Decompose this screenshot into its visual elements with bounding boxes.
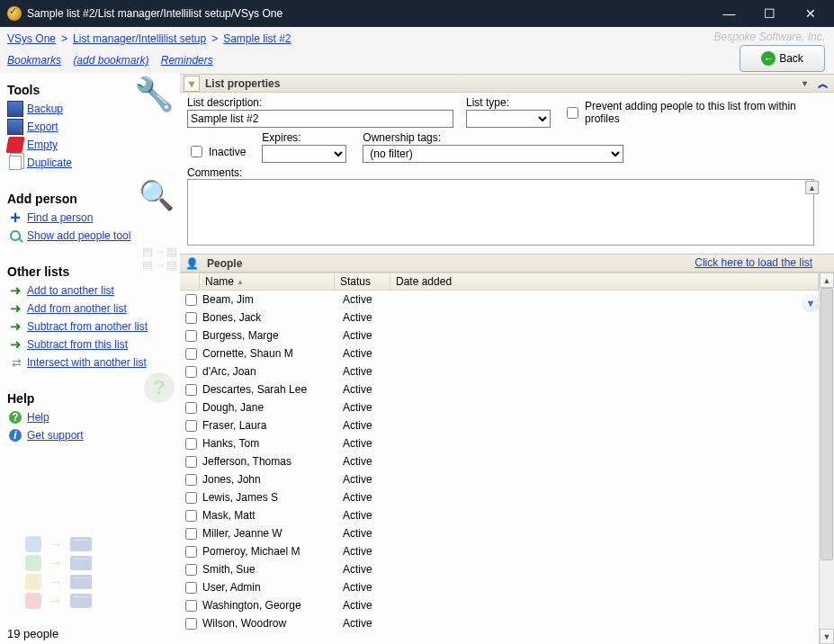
add-from-another-list-link[interactable]: Add from another list [27, 302, 127, 315]
panel-collapse-icon[interactable]: ︽ [818, 76, 829, 92]
table-row[interactable]: Jones, JohnActive [180, 470, 819, 488]
duplicate-link[interactable]: Duplicate [27, 157, 72, 169]
row-checkbox[interactable] [185, 492, 197, 504]
table-row[interactable]: User, AdminActive [180, 578, 819, 596]
back-button[interactable]: ← Back [740, 45, 825, 72]
table-row[interactable]: Miller, Jeanne WActive [180, 524, 819, 542]
row-checkbox[interactable] [185, 618, 197, 630]
row-checkbox[interactable] [185, 564, 197, 576]
inactive-checkbox[interactable] [191, 146, 202, 157]
show-add-people-tool-link[interactable]: Show add people tool [27, 229, 130, 242]
row-checkbox[interactable] [185, 456, 197, 468]
breadcrumb-vsys-one[interactable]: VSys One [7, 32, 56, 45]
close-button[interactable]: ✕ [790, 0, 830, 27]
table-row[interactable]: Smith, SueActive [180, 560, 819, 578]
scroll-up-icon[interactable]: ▲ [805, 181, 819, 194]
column-status[interactable]: Status [335, 273, 390, 290]
prevent-add-checkbox-wrap[interactable]: Prevent adding people to this list from … [563, 100, 821, 127]
ownership-tags-select[interactable]: (no filter) [363, 145, 623, 163]
list-description-input[interactable] [187, 110, 453, 128]
minimize-button[interactable]: — [709, 0, 749, 27]
vertical-scrollbar[interactable]: ▲ ▼ [819, 273, 834, 644]
empty-link[interactable]: Empty [27, 139, 58, 151]
row-checkbox[interactable] [185, 294, 197, 306]
table-row[interactable]: Wilson, WoodrowActive [180, 614, 819, 632]
table-row[interactable]: Mask, MattActive [180, 506, 819, 524]
row-checkbox[interactable] [185, 600, 197, 612]
table-row[interactable]: Fraser, LauraActive [180, 416, 819, 434]
list-description-label: List description: [187, 96, 453, 109]
row-checkbox[interactable] [185, 438, 197, 450]
table-row[interactable]: Pomeroy, Michael MActive [180, 542, 819, 560]
row-checkbox[interactable] [185, 330, 197, 342]
breadcrumb-list-manager[interactable]: List manager/Intellilist setup [73, 32, 206, 45]
find-a-person-link[interactable]: Find a person [27, 211, 93, 224]
list-properties-header[interactable]: ▾ List properties ▾ ︽ [180, 74, 834, 93]
row-checkbox[interactable] [185, 420, 197, 432]
back-arrow-icon: ← [761, 51, 776, 66]
intersect-icon: ⇄ [7, 354, 23, 371]
table-row[interactable]: d'Arc, JoanActive [180, 362, 819, 380]
prevent-add-checkbox[interactable] [567, 107, 578, 119]
comments-textarea[interactable] [187, 179, 814, 246]
table-row[interactable]: Dough, JaneActive [180, 398, 819, 416]
column-checkbox[interactable] [180, 273, 200, 290]
load-list-link[interactable]: Click here to load the list [695, 256, 812, 269]
intersect-with-another-list-link[interactable]: Intersect with another list [27, 356, 147, 369]
backup-link[interactable]: Backup [27, 103, 63, 115]
row-checkbox[interactable] [185, 402, 197, 414]
filter-icon[interactable]: ▼ [802, 294, 820, 312]
table-row[interactable]: Burgess, MargeActive [180, 326, 819, 344]
breadcrumb-sample-list[interactable]: Sample list #2 [223, 32, 291, 45]
row-checkbox[interactable] [185, 546, 197, 558]
table-row[interactable]: Cornette, Shaun MActive [180, 344, 819, 362]
help-watermark-icon: ? [144, 372, 175, 403]
add-bookmark-link[interactable]: (add bookmark) [73, 54, 148, 67]
bookmarks-link[interactable]: Bookmarks [7, 54, 61, 67]
get-support-link[interactable]: Get support [27, 429, 84, 442]
row-checkbox[interactable] [185, 510, 197, 522]
magnifier-icon [10, 230, 21, 241]
scroll-up-button[interactable]: ▲ [820, 273, 834, 288]
table-row[interactable]: Washington, GeorgeActive [180, 596, 819, 614]
reminders-link[interactable]: Reminders [161, 54, 213, 67]
table-row[interactable]: Bones, JackActive [180, 309, 819, 326]
subtract-from-another-list-link[interactable]: Subtract from another list [27, 320, 148, 333]
table-row[interactable]: Jefferson, ThomasActive [180, 452, 819, 470]
cell-status: Active [343, 581, 404, 594]
row-checkbox[interactable] [185, 528, 197, 540]
list-type-select[interactable] [466, 110, 551, 128]
cell-name: Wilson, Woodrow [202, 617, 343, 630]
column-date-added[interactable]: Date added [390, 273, 819, 290]
table-row[interactable]: Beam, JimActive [180, 291, 819, 309]
row-checkbox[interactable] [185, 366, 197, 378]
add-to-another-list-link[interactable]: Add to another list [27, 284, 114, 297]
export-link[interactable]: Export [27, 121, 58, 133]
row-checkbox[interactable] [185, 312, 197, 324]
scroll-thumb[interactable] [821, 288, 833, 560]
subtract-from-this-list-link[interactable]: Subtract from this list [27, 338, 128, 351]
duplicate-icon [9, 156, 22, 170]
inactive-checkbox-wrap[interactable]: Inactive [187, 143, 246, 160]
row-checkbox[interactable] [185, 384, 197, 396]
people-title: People [207, 257, 242, 270]
cell-name: Miller, Jeanne W [202, 527, 343, 540]
row-checkbox[interactable] [185, 348, 197, 360]
row-checkbox[interactable] [185, 474, 197, 486]
table-row[interactable]: Hanks, TomActive [180, 434, 819, 452]
table-row[interactable]: Lewis, James SActive [180, 488, 819, 506]
row-checkbox[interactable] [185, 582, 197, 594]
panel-caret-icon[interactable]: ▾ [803, 78, 807, 88]
cell-name: Pomeroy, Michael M [202, 545, 343, 558]
table-row[interactable]: Descartes, Sarah LeeActive [180, 380, 819, 398]
breadcrumb-sep: > [211, 32, 218, 45]
scroll-down-button[interactable]: ▼ [820, 629, 834, 644]
maximize-button[interactable]: ☐ [749, 0, 790, 27]
people-header[interactable]: 👤 People Click here to load the list [180, 254, 834, 273]
help-link[interactable]: Help [27, 411, 49, 424]
breadcrumb-sep: > [61, 32, 67, 45]
column-name[interactable]: Name▲ [200, 273, 335, 290]
arrow-left-icon: ➜ [7, 318, 23, 335]
window-title: Sample list #2/List manager/Intellilist … [27, 7, 709, 20]
expires-select[interactable] [262, 145, 346, 163]
